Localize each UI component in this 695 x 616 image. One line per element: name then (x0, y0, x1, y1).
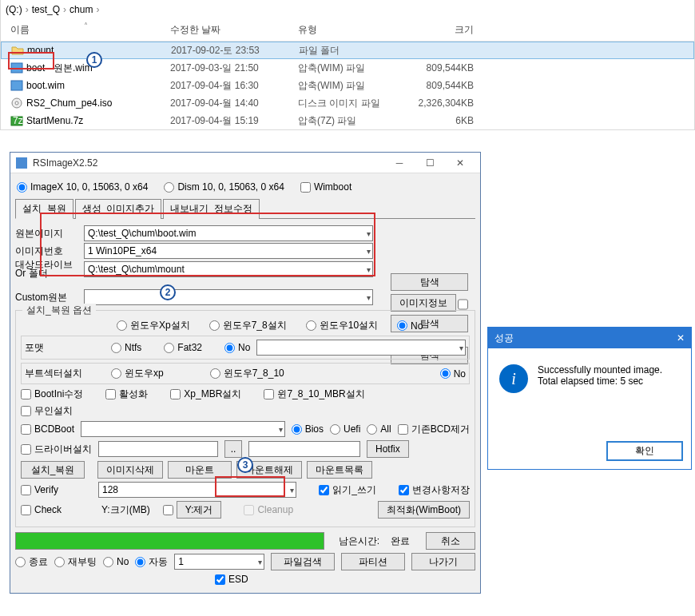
file-row[interactable]: boot.wim 2017-09-04-월 16:30 압축(WIM) 파일 8… (1, 77, 694, 94)
file-row[interactable]: RS2_Chum_pe4.iso 2017-09-04-월 14:40 디스크 … (1, 94, 694, 112)
bcdboot-checkbox[interactable]: BCDBoot (21, 423, 74, 435)
target-drive-combo[interactable]: Q:\test_Q\chum\mount▾ (84, 261, 373, 277)
uefi-radio[interactable]: Uefi (330, 423, 360, 435)
y-remove-button[interactable]: Y:제거 (177, 501, 222, 519)
image-info-button[interactable]: 이미지정보 (391, 294, 456, 312)
mount-button[interactable]: 마운트 (168, 461, 232, 479)
optimize-button[interactable]: 최적화(WimBoot) (378, 501, 470, 519)
wim-icon (10, 79, 23, 92)
annotation-number: 2 (160, 284, 176, 300)
rw-checkbox[interactable]: 읽기_쓰기 (319, 483, 376, 497)
driver-path-input[interactable] (98, 441, 218, 457)
svg-rect-6 (16, 157, 27, 169)
hotfix-button[interactable]: Hotfix (367, 440, 409, 458)
hotfix-path-input[interactable] (248, 441, 360, 457)
exit-radio[interactable]: 종료 (15, 555, 48, 569)
close-icon[interactable]: ✕ (677, 332, 685, 344)
image-number-combo[interactable]: 1 Win10PE_x64▾ (84, 243, 373, 259)
winxp-install-radio[interactable]: 윈도우Xp설치 (117, 319, 190, 332)
file-row[interactable]: mount 2017-09-02-토 23:53 파일 폴더 (1, 42, 694, 59)
y-size-combo[interactable]: 128▾ (98, 482, 296, 498)
ntfs-radio[interactable]: Ntfs (111, 342, 141, 353)
file-date: 2017-09-04-월 15:19 (170, 114, 298, 128)
mount-list-button[interactable]: 마운트목록 (307, 461, 372, 479)
file-name: mount (27, 45, 54, 56)
file-name: boot - 원본.wim (26, 62, 93, 75)
file-name: StartMenu.7z (26, 115, 83, 126)
spin-combo[interactable]: 1▾ (174, 554, 264, 570)
title-bar[interactable]: RSImageX2.52 ─ ☐ ✕ (10, 153, 480, 173)
column-type[interactable]: 유형 (298, 23, 394, 37)
folder-icon (11, 44, 24, 57)
column-name[interactable]: 이름˄ (10, 23, 170, 37)
chevron-down-icon: ▾ (367, 247, 371, 256)
minimize-icon[interactable]: ─ (384, 153, 415, 173)
delete-image-button[interactable]: 이미지삭제 (97, 461, 163, 479)
breadcrumb[interactable]: (Q:) › test_Q › chum › (1, 0, 694, 19)
bootsec-xp-radio[interactable]: 윈도우xp (111, 367, 164, 380)
wimboot-checkbox[interactable]: Wimboot (300, 181, 351, 193)
chevron-down-icon: ▾ (459, 344, 463, 352)
install-restore-button[interactable]: 설치_복원 (21, 461, 85, 479)
label-bootsector: 부트섹터설치 (25, 367, 105, 380)
close-icon[interactable]: ✕ (445, 153, 475, 173)
xpmbr-checkbox[interactable]: Xp_MBR설치 (170, 387, 241, 401)
partition-button[interactable]: 파티션 (341, 553, 405, 570)
column-size[interactable]: 크기 (394, 23, 490, 37)
verify-checkbox[interactable]: Verify (21, 484, 58, 495)
label-custom-source: Custom원본 (15, 291, 84, 304)
driver-browse-button[interactable]: .. (224, 440, 242, 458)
ok-button[interactable]: 확인 (606, 441, 683, 461)
source-image-combo[interactable]: Q:\test_Q\chum\boot.wim▾ (84, 225, 373, 241)
progress-bar (15, 532, 324, 550)
browse-button[interactable]: 탐색 (391, 273, 468, 291)
exit-button[interactable]: 나가기 (411, 553, 475, 570)
tab-create-add[interactable]: 생성_이미지추가 (75, 199, 162, 219)
driver-install-checkbox[interactable]: 드라이버설치 (21, 443, 92, 456)
column-date[interactable]: 수정한 날짜 (170, 23, 298, 37)
all-radio[interactable]: All (367, 423, 391, 435)
breadcrumb-root[interactable]: (Q:) (6, 4, 22, 15)
keep-bcd-checkbox[interactable]: 기존BCD제거 (398, 423, 470, 436)
auto-radio[interactable]: 자동 (135, 555, 168, 569)
dism-radio[interactable]: Dism 10, 0, 15063, 0 x64 (164, 181, 284, 193)
custom-source-combo[interactable]: ▾ (84, 289, 373, 305)
y-remove-checkbox[interactable]: Y:제거 (163, 501, 222, 519)
imagex-radio[interactable]: ImageX 10, 0, 15063, 0 x64 (17, 181, 148, 193)
save-changes-checkbox[interactable]: 변경사항저장 (399, 483, 470, 497)
no-radio[interactable]: No (103, 556, 129, 567)
activate-checkbox[interactable]: 활성화 (105, 387, 148, 401)
check-checkbox[interactable]: Check (21, 504, 62, 515)
bootsec-no-radio[interactable]: No (440, 368, 466, 380)
cancel-button[interactable]: 취소 (426, 532, 475, 550)
bootini-checkbox[interactable]: BootIni수정 (21, 387, 83, 401)
win78-install-radio[interactable]: 윈도우7_8설치 (209, 319, 287, 332)
maximize-icon[interactable]: ☐ (415, 153, 445, 173)
win78mbr-checkbox[interactable]: 윈7_8_10_MBR설치 (264, 387, 364, 401)
svg-rect-1 (11, 81, 22, 90)
breadcrumb-item[interactable]: test_Q (32, 4, 60, 15)
file-row[interactable]: 7zStartMenu.7z 2017-09-04-월 15:19 압축(7Z)… (1, 112, 694, 129)
bcdboot-combo[interactable]: ▾ (81, 421, 285, 437)
tab-export-edit[interactable]: 내보내기_정보수정 (163, 199, 260, 219)
wim-icon (10, 62, 23, 74)
success-title-bar[interactable]: 성공 ✕ (488, 328, 691, 348)
format-no-radio[interactable]: No (224, 342, 250, 353)
unattend-checkbox[interactable]: 무인설치 (21, 404, 73, 418)
format-combo[interactable]: ▾ (256, 340, 466, 356)
breadcrumb-item[interactable]: chum (70, 4, 93, 15)
reboot-radio[interactable]: 재부팅 (54, 555, 97, 569)
file-search-button[interactable]: 파일검색 (271, 553, 335, 570)
tab-install-restore[interactable]: 설치_복원 (15, 199, 73, 219)
success-message-line1: Successfully mounted image. (538, 364, 662, 376)
file-date: 2017-09-02-토 23:53 (171, 44, 299, 58)
no-install-radio[interactable]: No (397, 320, 423, 332)
chevron-down-icon: ▾ (367, 293, 371, 302)
chevron-right-icon: › (63, 4, 66, 15)
file-row[interactable]: boot - 원본.wim 2017-09-03-일 21:50 압축(WIM)… (1, 59, 694, 77)
bootsec-win78-radio[interactable]: 윈도우7_8_10 (210, 367, 284, 380)
bios-radio[interactable]: Bios (292, 423, 324, 435)
esd-checkbox[interactable]: ESD (215, 574, 248, 585)
fat32-radio[interactable]: Fat32 (164, 342, 202, 353)
win10-install-radio[interactable]: 윈도우10설치 (306, 319, 378, 332)
